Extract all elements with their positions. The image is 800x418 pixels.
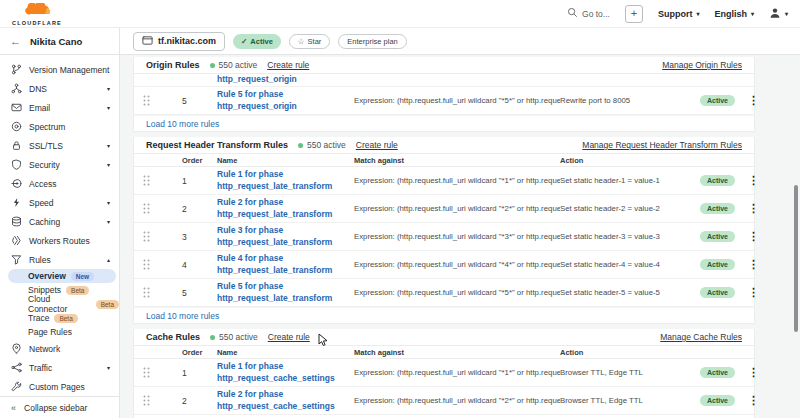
- create-rule-link[interactable]: Create rule: [356, 140, 398, 150]
- drag-handle[interactable]: [143, 287, 173, 298]
- support-menu[interactable]: Support ▾: [658, 9, 700, 19]
- sidebar-item-version-management[interactable]: Version Management: [0, 60, 119, 79]
- domain-selector[interactable]: tf.nikitac.com: [133, 32, 225, 51]
- lock-icon: [10, 140, 22, 152]
- rule-name-link[interactable]: Rule 1 for phasehttp_request_cache_setti…: [217, 361, 354, 383]
- rule-order: 2: [173, 204, 217, 214]
- load-more-link[interactable]: Load 10 more rules: [134, 115, 754, 131]
- sidebar-item-spectrum[interactable]: Spectrum: [0, 117, 119, 136]
- star-button[interactable]: ☆ Star: [289, 34, 331, 49]
- sidebar-item-cloud-connector[interactable]: Cloud Connector Beta: [0, 297, 119, 311]
- database-icon: [10, 216, 22, 228]
- collapse-icon: «: [11, 403, 16, 413]
- column-name: Name: [217, 348, 354, 357]
- sidebar-item-network[interactable]: Network: [0, 339, 119, 358]
- rule-name-link[interactable]: Rule 5 for phasehttp_request_origin: [217, 89, 354, 111]
- sidebar-item-custom-pages[interactable]: Custom Pages: [0, 377, 119, 396]
- chevron-down-icon: ▾: [696, 10, 699, 17]
- kebab-menu[interactable]: ⋮: [744, 230, 763, 243]
- section-title: Cache Rules: [146, 332, 200, 342]
- table-row-partial: http_request_origin: [134, 74, 754, 87]
- sidebar-item-caching[interactable]: Caching ▾: [0, 212, 119, 231]
- rule-action: Set static header-2 = value-2: [560, 204, 700, 213]
- chevron-down-icon: ▾: [107, 364, 110, 371]
- kebab-menu[interactable]: ⋮: [744, 394, 763, 407]
- branch-icon: [10, 64, 22, 76]
- language-label: English: [714, 9, 747, 19]
- website-icon: [142, 35, 153, 48]
- sidebar-item-email[interactable]: Email ▾: [0, 98, 119, 117]
- rule-name-link[interactable]: Rule 2 for phasehttp_request_cache_setti…: [217, 389, 354, 411]
- rule-name-link[interactable]: http_request_origin: [217, 74, 354, 85]
- drag-handle[interactable]: [143, 367, 173, 378]
- rule-order: 1: [173, 176, 217, 186]
- column-order: Order: [173, 156, 217, 165]
- kebab-menu[interactable]: ⋮: [744, 366, 763, 379]
- sidebar-item-page-rules[interactable]: Page Rules: [0, 325, 119, 339]
- sidebar-item-traffic[interactable]: Traffic ▾: [0, 358, 119, 377]
- back-arrow-icon[interactable]: ←: [10, 35, 21, 47]
- rule-name-link[interactable]: Rule 2 for phasehttp_request_late_transf…: [217, 197, 354, 219]
- search-label: Go to...: [582, 9, 610, 19]
- kebab-menu[interactable]: ⋮: [744, 286, 763, 299]
- cloudflare-logo[interactable]: CLOUDFLARE: [8, 1, 66, 26]
- manage-transform-rules-link[interactable]: Manage Request Header Transform Rules: [582, 140, 742, 150]
- spectrum-icon: [10, 121, 22, 133]
- sidebar-item-ssl-tls[interactable]: SSL/TLS ▾: [0, 136, 119, 155]
- rule-name-link[interactable]: Rule 1 for phasehttp_request_late_transf…: [217, 169, 354, 191]
- status-badge: Active: [700, 287, 735, 298]
- create-rule-link[interactable]: Create rule: [268, 332, 310, 342]
- zone-header: ← Nikita Cano tf.nikitac.com ✓ Active ☆ …: [0, 28, 800, 55]
- language-menu[interactable]: English ▾: [714, 9, 754, 19]
- access-icon: [10, 178, 22, 190]
- table-row: 5 Rule 5 for phasehttp_request_late_tran…: [134, 279, 754, 307]
- drag-handle[interactable]: [143, 259, 173, 270]
- table-header: Order Name Match against Action: [134, 154, 754, 167]
- sidebar-item-workers-routes[interactable]: Workers Routes: [0, 231, 119, 250]
- rule-expression: Expression: (http.request.full_uri wildc…: [354, 204, 560, 213]
- account-name: Nikita Cano: [30, 36, 82, 47]
- rule-name-link[interactable]: Rule 3 for phasehttp_request_late_transf…: [217, 225, 354, 247]
- shield-icon: [10, 159, 22, 171]
- active-count: 550 active: [210, 332, 258, 342]
- collapse-sidebar-button[interactable]: « Collapse sidebar: [0, 396, 119, 418]
- rule-action: Set static header-5 = value-5: [560, 288, 700, 297]
- drag-handle[interactable]: [143, 203, 173, 214]
- kebab-menu[interactable]: ⋮: [744, 202, 763, 215]
- kebab-menu[interactable]: ⋮: [744, 258, 763, 271]
- rule-action: Set static header-1 = value-1: [560, 176, 700, 185]
- go-to-search[interactable]: Go to...: [567, 7, 610, 20]
- sidebar-item-speed[interactable]: Speed ▾: [0, 193, 119, 212]
- scrollbar-thumb[interactable]: [794, 185, 798, 332]
- star-icon: ☆: [298, 37, 305, 46]
- origin-rules-section: Origin Rules 550 active Create rule Mana…: [133, 57, 755, 132]
- column-match: Match against: [354, 348, 560, 357]
- drag-handle[interactable]: [143, 395, 173, 406]
- status-badge: Active: [700, 203, 735, 214]
- sidebar-item-security[interactable]: Security ▾: [0, 155, 119, 174]
- sidebar-item-trace[interactable]: Trace Beta: [0, 311, 119, 325]
- sidebar-item-dns[interactable]: DNS ▾: [0, 79, 119, 98]
- drag-handle[interactable]: [143, 231, 173, 242]
- check-icon: ✓: [241, 37, 247, 46]
- load-more-link[interactable]: Load 10 more rules: [134, 307, 754, 323]
- account-breadcrumb: ← Nikita Cano: [0, 28, 120, 54]
- rule-name-link[interactable]: Rule 5 for phasehttp_request_late_transf…: [217, 281, 354, 303]
- user-menu[interactable]: ▾: [769, 7, 788, 21]
- kebab-menu[interactable]: ⋮: [744, 94, 763, 107]
- sidebar-item-overview[interactable]: Overview New: [8, 269, 116, 283]
- rule-name-link[interactable]: Rule 4 for phasehttp_request_late_transf…: [217, 253, 354, 275]
- search-icon: [567, 7, 578, 20]
- manage-cache-rules-link[interactable]: Manage Cache Rules: [660, 332, 742, 342]
- sidebar-item-rules[interactable]: Rules ▴: [0, 250, 119, 269]
- create-rule-link[interactable]: Create rule: [267, 60, 309, 70]
- drag-handle[interactable]: [143, 175, 173, 186]
- add-button[interactable]: +: [625, 5, 643, 23]
- chevron-up-icon: ▴: [107, 256, 110, 263]
- drag-handle[interactable]: [143, 95, 173, 106]
- table-header: Order Name Match against Action: [134, 346, 754, 359]
- kebab-menu[interactable]: ⋮: [744, 174, 763, 187]
- sidebar-item-access[interactable]: Access: [0, 174, 119, 193]
- manage-origin-rules-link[interactable]: Manage Origin Rules: [662, 60, 742, 70]
- status-dot: [210, 335, 215, 340]
